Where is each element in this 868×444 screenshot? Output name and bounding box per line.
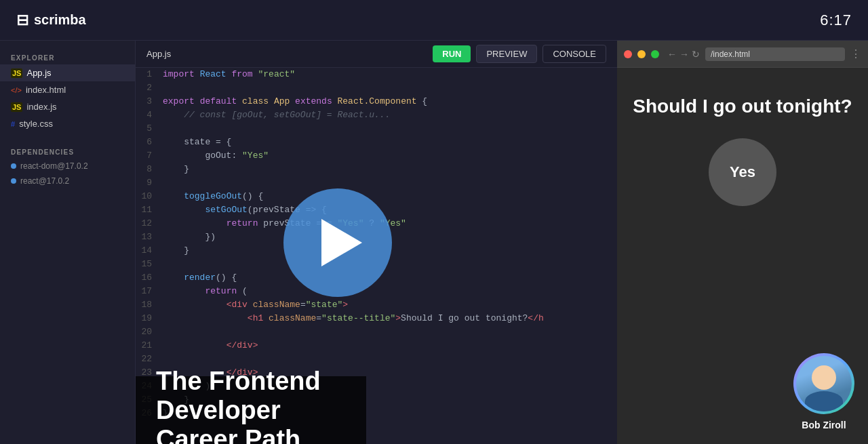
avatar-body [805, 391, 843, 411]
code-line: 3export default class App extends React.… [136, 95, 617, 108]
preview-button[interactable]: PREVIEW [476, 45, 537, 63]
browser-url[interactable]: /index.html [705, 47, 845, 61]
sidebar-file-name: index.html [26, 85, 66, 95]
avatar-image [796, 356, 852, 411]
sidebar-item-indexhtml[interactable]: </> index.html [0, 81, 135, 98]
logo: ⊟ scrimba [16, 12, 86, 29]
sidebar: EXPLORER JS App.js </> index.html JS ind… [0, 41, 136, 444]
editor-tab[interactable]: App.js [146, 49, 171, 59]
editor-area: App.js RUN PREVIEW CONSOLE 1import React… [136, 41, 617, 444]
logo-text: scrimba [34, 12, 86, 28]
avatar-head [812, 365, 836, 390]
browser-dot-yellow[interactable] [637, 50, 646, 58]
main-layout: EXPLORER JS App.js </> index.html JS ind… [0, 41, 868, 444]
dependencies-label: DEPENDENCIES [0, 143, 135, 159]
course-title: The Frontend Developer Career Path [156, 367, 346, 445]
preview-title: Should I go out tonight? [633, 95, 852, 118]
code-line: 10 toggleGoOut() { [136, 190, 617, 203]
sidebar-item-appjs[interactable]: JS App.js [0, 64, 135, 81]
instructor-avatar [793, 353, 854, 414]
js-icon: JS [11, 102, 22, 112]
sidebar-item-stylecss[interactable]: # style.css [0, 115, 135, 132]
code-line: 9 [136, 176, 617, 190]
play-button[interactable] [283, 188, 392, 297]
html-icon: </> [11, 86, 22, 94]
sidebar-file-name: index.js [26, 102, 56, 112]
dep-dot-icon [11, 163, 16, 169]
instructor-name: Bob Ziroll [802, 420, 846, 430]
browser-bar: ← → ↻ /index.html ⋮ [617, 41, 868, 68]
back-icon[interactable]: ← [667, 49, 677, 60]
code-line: 8 } [136, 163, 617, 176]
dep-dot-icon [11, 178, 16, 184]
sidebar-item-indexjs[interactable]: JS index.js [0, 98, 135, 115]
timer: 6:17 [820, 12, 852, 29]
preview-panel: ← → ↻ /index.html ⋮ Should I go out toni… [617, 41, 868, 444]
code-line: 5 [136, 122, 617, 136]
code-line: 17 return ( [136, 285, 617, 298]
browser-menu-icon[interactable]: ⋮ [850, 47, 861, 60]
browser-nav: ← → ↻ [667, 49, 700, 60]
sidebar-file-name: App.js [26, 68, 51, 78]
sidebar-file-name: style.css [19, 119, 53, 129]
code-line: 20 [136, 325, 617, 339]
code-line: 21 </div> [136, 339, 617, 352]
dep-react-dom: react-dom@17.0.2 [0, 159, 135, 174]
code-line: 18 <div className="state"> [136, 298, 617, 312]
course-title-overlay: The Frontend Developer Career Path [136, 376, 366, 444]
toolbar-buttons: RUN PREVIEW CONSOLE [433, 45, 606, 63]
run-button[interactable]: RUN [433, 45, 471, 62]
console-button[interactable]: CONSOLE [542, 45, 606, 63]
code-line: 1import React from "react" [136, 68, 617, 81]
dep-name: react@17.0.2 [20, 176, 69, 186]
refresh-icon[interactable]: ↻ [692, 49, 700, 60]
preview-content: Should I go out tonight? Yes Bob Ziroll [617, 68, 868, 444]
browser-dot-green[interactable] [651, 50, 659, 58]
code-line: 4 // const [goOut, setGoOut] = React.u..… [136, 108, 617, 122]
browser-dot-red[interactable] [624, 50, 632, 58]
code-line: 6 state = { [136, 136, 617, 149]
code-line: 7 goOut: "Yes" [136, 149, 617, 163]
dep-name: react-dom@17.0.2 [20, 161, 88, 171]
code-line: 19 <h1 className="state--title">Should I… [136, 312, 617, 325]
dep-react: react@17.0.2 [0, 174, 135, 188]
editor-toolbar: App.js RUN PREVIEW CONSOLE [136, 41, 617, 68]
code-line: 2 [136, 81, 617, 95]
code-line: 22 [136, 352, 617, 366]
topbar: ⊟ scrimba 6:17 [0, 0, 868, 41]
css-icon: # [11, 120, 15, 128]
js-icon: JS [11, 68, 22, 78]
forward-icon[interactable]: → [679, 49, 689, 60]
logo-icon: ⊟ [16, 12, 28, 29]
yes-button[interactable]: Yes [709, 138, 776, 206]
instructor-section: Bob Ziroll [793, 353, 854, 430]
explorer-label: EXPLORER [0, 49, 135, 64]
play-triangle-icon [321, 219, 362, 266]
